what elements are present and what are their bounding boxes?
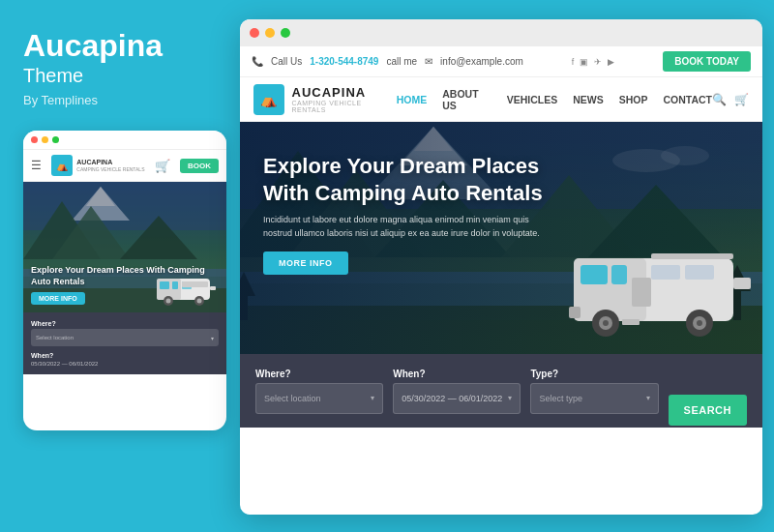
nav-item-home[interactable]: HOME bbox=[397, 94, 428, 105]
nav-logo-text: AUCAPINA bbox=[292, 85, 397, 100]
svg-rect-44 bbox=[580, 265, 608, 284]
facebook-icon[interactable]: f bbox=[572, 57, 575, 67]
where-label: Where? bbox=[255, 369, 383, 379]
type-label: Type? bbox=[530, 369, 658, 379]
search-bar: Where? Select location ▾ When? 05/30/202… bbox=[240, 354, 762, 428]
date-value: 05/30/2022 — 06/01/2022 bbox=[402, 394, 502, 403]
mobile-logo-sub: CAMPING VEHICLE RENTALS bbox=[76, 166, 144, 172]
brand-theme: Theme bbox=[23, 65, 217, 87]
svg-rect-49 bbox=[651, 253, 733, 259]
mobile-hero-content: Explore Your Dream Places With Camping A… bbox=[23, 257, 226, 312]
topbar-left: 📞 Call Us 1-320-544-8749 call me ✉ info@… bbox=[252, 56, 523, 67]
brand-by: By Templines bbox=[23, 93, 217, 107]
mobile-more-info-button[interactable]: MORE INFO bbox=[31, 292, 85, 305]
hero-description: Incididunt ut labore eut dolore magna al… bbox=[263, 214, 546, 240]
nav-utility-icons: 🔍 🛒 bbox=[712, 93, 749, 106]
mobile-where-label: Where? bbox=[31, 320, 219, 327]
nav-item-vehicles[interactable]: VEHICLES bbox=[507, 94, 558, 105]
mobile-location-placeholder: Select location bbox=[36, 335, 74, 340]
nav-links: HOME ABOUT US VEHICLES NEWS SHOP CONTACT bbox=[397, 88, 712, 111]
svg-rect-48 bbox=[632, 278, 651, 307]
mobile-dot-green bbox=[52, 136, 59, 143]
mobile-dot-red bbox=[31, 136, 38, 143]
telegram-icon[interactable]: ✈ bbox=[594, 57, 602, 67]
mobile-logo-icon: ⛺ bbox=[51, 155, 73, 176]
social-icons: f ▣ ✈ ▶ bbox=[572, 57, 615, 67]
where-field: Where? Select location ▾ bbox=[255, 369, 383, 414]
desktop-window-bar bbox=[240, 19, 762, 46]
date-select[interactable]: 05/30/2022 — 06/01/2022 ▾ bbox=[393, 383, 521, 414]
mobile-hero: Explore Your Dream Places With Camping A… bbox=[23, 182, 226, 312]
nav-item-about[interactable]: ABOUT US bbox=[442, 88, 491, 111]
email-address[interactable]: info@example.com bbox=[440, 56, 523, 67]
hero-content: Explore Your Dream Places With Camping A… bbox=[240, 122, 569, 306]
window-dot-red[interactable] bbox=[250, 28, 259, 38]
hero-title: Explore Your Dream Places With Camping A… bbox=[263, 153, 546, 206]
svg-rect-45 bbox=[611, 265, 627, 284]
desktop-nav: ⛺ AUCAPINA CAMPING VEHICLE RENTALS HOME … bbox=[240, 77, 762, 122]
search-icon[interactable]: 🔍 bbox=[712, 93, 727, 106]
type-select[interactable]: Select type ▾ bbox=[530, 383, 658, 414]
svg-rect-51 bbox=[569, 307, 580, 318]
more-info-button[interactable]: MORE INFO bbox=[263, 251, 348, 275]
svg-point-54 bbox=[603, 320, 609, 326]
email-icon: ✉ bbox=[425, 56, 432, 67]
window-dot-yellow[interactable] bbox=[265, 28, 275, 38]
mobile-logo-text: AUCAPINA bbox=[76, 159, 144, 166]
phone-icon: 📞 bbox=[252, 56, 263, 67]
search-button[interactable]: SEARCH bbox=[669, 395, 747, 426]
phone-number[interactable]: 1-320-544-8749 bbox=[310, 56, 378, 67]
mobile-select-arrow-icon: ▾ bbox=[211, 335, 214, 341]
mobile-location-select[interactable]: Select location ▾ bbox=[31, 329, 219, 346]
svg-rect-58 bbox=[622, 319, 640, 325]
nav-item-news[interactable]: NEWS bbox=[573, 94, 604, 105]
mobile-nav: ☰ ⛺ AUCAPINA CAMPING VEHICLE RENTALS 🛒 B… bbox=[23, 150, 226, 182]
mobile-date-value: 05/30/2022 — 06/01/2022 bbox=[31, 361, 219, 367]
window-dot-green[interactable] bbox=[281, 28, 290, 38]
when-field: When? 05/30/2022 — 06/01/2022 ▾ bbox=[393, 369, 521, 414]
nav-item-contact[interactable]: CONTACT bbox=[663, 94, 712, 105]
location-arrow-icon: ▾ bbox=[371, 394, 374, 402]
hero-section: Explore Your Dream Places With Camping A… bbox=[240, 122, 762, 354]
call-label: Call Us bbox=[271, 56, 302, 67]
mobile-when-label: When? bbox=[31, 352, 219, 359]
svg-rect-50 bbox=[733, 278, 751, 289]
when-label: When? bbox=[393, 369, 521, 379]
date-arrow-icon: ▾ bbox=[508, 394, 512, 402]
location-placeholder: Select location bbox=[264, 394, 321, 403]
youtube-icon[interactable]: ▶ bbox=[608, 57, 614, 67]
mobile-hamburger-icon[interactable]: ☰ bbox=[31, 159, 42, 172]
mobile-window-bar bbox=[23, 131, 226, 150]
mobile-dot-yellow bbox=[42, 136, 48, 143]
svg-rect-46 bbox=[651, 265, 680, 280]
location-select[interactable]: Select location ▾ bbox=[255, 383, 383, 414]
brand-name: Aucapina bbox=[23, 29, 217, 63]
mobile-cart-icon[interactable]: 🛒 bbox=[155, 159, 170, 173]
instagram-icon[interactable]: ▣ bbox=[580, 57, 588, 67]
mobile-form: Where? Select location ▾ When? 05/30/202… bbox=[23, 312, 226, 374]
desktop-rv-image bbox=[569, 224, 753, 354]
type-placeholder: Select type bbox=[539, 394, 582, 403]
nav-item-shop[interactable]: SHOP bbox=[619, 94, 648, 105]
nav-logo-sub: CAMPING VEHICLE RENTALS bbox=[292, 100, 397, 113]
desktop-mockup: 📞 Call Us 1-320-544-8749 call me ✉ info@… bbox=[240, 19, 762, 515]
type-field: Type? Select type ▾ bbox=[530, 369, 658, 414]
cart-icon[interactable]: 🛒 bbox=[734, 93, 749, 106]
left-panel: Aucapina Theme By Templines ☰ ⛺ AUCAPINA… bbox=[0, 0, 240, 532]
nav-logo-icon: ⛺ bbox=[253, 84, 284, 115]
mobile-hero-title: Explore Your Dream Places With Camping A… bbox=[31, 265, 219, 287]
svg-rect-47 bbox=[685, 265, 714, 280]
svg-point-57 bbox=[697, 320, 702, 326]
type-arrow-icon: ▾ bbox=[646, 394, 650, 402]
nav-logo: ⛺ AUCAPINA CAMPING VEHICLE RENTALS bbox=[253, 84, 397, 115]
call-me-text[interactable]: call me bbox=[386, 56, 417, 67]
mobile-book-button[interactable]: BOOK bbox=[180, 159, 219, 173]
book-today-button[interactable]: BOOK TODAY bbox=[663, 51, 751, 72]
desktop-top-bar: 📞 Call Us 1-320-544-8749 call me ✉ info@… bbox=[240, 46, 762, 77]
mobile-mockup: ☰ ⛺ AUCAPINA CAMPING VEHICLE RENTALS 🛒 B… bbox=[23, 131, 226, 430]
mobile-logo: ⛺ AUCAPINA CAMPING VEHICLE RENTALS bbox=[51, 155, 144, 176]
